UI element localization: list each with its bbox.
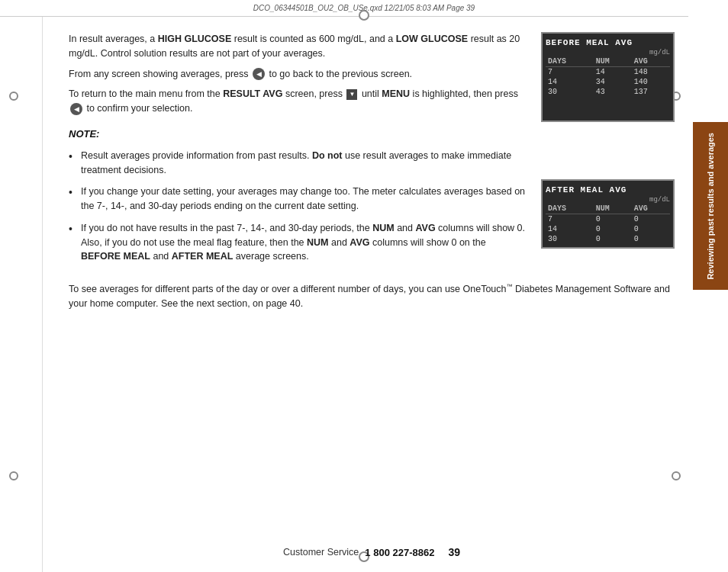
cell: 30 xyxy=(546,87,594,97)
arrow-down-icon: ▼ xyxy=(346,89,357,100)
footer-page-number: 39 xyxy=(448,546,460,558)
cell: 0 xyxy=(594,234,632,244)
cell: 0 xyxy=(632,224,670,234)
cell: 137 xyxy=(632,87,670,97)
cell: 0 xyxy=(632,234,670,244)
margin-line xyxy=(42,17,43,572)
bullet-text-2: If you change your date setting, your av… xyxy=(81,185,526,214)
sidebar-tab: Reviewing past results and averages xyxy=(693,122,728,290)
cell: 14 xyxy=(546,77,594,87)
cell: 0 xyxy=(594,214,632,224)
bullet-dot-1: • xyxy=(69,151,75,178)
cell: 14 xyxy=(594,67,632,78)
note-title: NOTE: xyxy=(69,128,675,140)
back-button-icon: ◀ xyxy=(253,68,265,80)
bullet-dot-2: • xyxy=(69,187,75,214)
col-header-num: NUM xyxy=(594,56,632,67)
bullet-item-1: • Result averages provide information fr… xyxy=(69,149,526,178)
confirm-button-icon: ◀ xyxy=(70,103,82,115)
col-header-num: NUM xyxy=(594,204,632,214)
paragraph-2: From any screen showing averages, press … xyxy=(69,67,526,82)
table-row: 14 0 0 xyxy=(546,224,670,234)
cell: 7 xyxy=(546,67,594,78)
before-meal-table: DAYS NUM AVG 7 14 148 14 34 xyxy=(546,56,670,97)
bullet-item-3: • If you do not have results in the past… xyxy=(69,221,526,264)
cell: 43 xyxy=(594,87,632,97)
footer-phone: 1 800 227-8862 xyxy=(365,547,434,558)
bullet-text-1: Result averages provide information from… xyxy=(81,149,526,178)
cell: 140 xyxy=(632,77,670,87)
bottom-paragraph: To see averages for different parts of t… xyxy=(69,282,675,311)
right-sidebar: Reviewing past results and averages xyxy=(688,0,728,572)
bullet-dot-3: • xyxy=(69,223,75,264)
left-hole-top xyxy=(9,92,18,101)
cell: 0 xyxy=(632,214,670,224)
col-header-avg: AVG xyxy=(632,56,670,67)
table-row: 7 14 148 xyxy=(546,67,670,78)
before-meal-unit: mg/dL xyxy=(546,49,670,56)
footer-customer-service: Customer Service xyxy=(283,547,359,558)
note-section: NOTE: xyxy=(69,128,675,140)
after-meal-unit: mg/dL xyxy=(546,196,670,204)
bullets-left: • Result averages provide information fr… xyxy=(69,149,526,272)
page-container: DCO_06344501B_OU2_OB_USe.qxd 12/21/05 8:… xyxy=(0,0,728,572)
table-row: 14 34 140 xyxy=(546,77,670,87)
cell: 0 xyxy=(594,224,632,234)
paragraph-1: In result averages, a HIGH GLUCOSE resul… xyxy=(69,32,526,61)
cell: 14 xyxy=(546,224,594,234)
intro-text: In result averages, a HIGH GLUCOSE resul… xyxy=(69,32,526,122)
cell: 7 xyxy=(546,214,594,224)
cell: 148 xyxy=(632,67,670,78)
footer: Customer Service 1 800 227-8862 39 xyxy=(107,546,636,558)
before-meal-title: BEFORE MEAL AVG xyxy=(546,37,670,49)
col-header-days: DAYS xyxy=(546,204,594,214)
after-meal-table: DAYS NUM AVG 7 0 0 xyxy=(546,204,670,244)
sidebar-tab-text: Reviewing past results and averages xyxy=(705,133,716,280)
table-row: 30 0 0 xyxy=(546,234,670,244)
after-meal-title: AFTER MEAL AVG xyxy=(546,184,670,196)
before-meal-display: BEFORE MEAL AVG mg/dL DAYS NUM AVG 7 14 xyxy=(541,32,675,122)
cell: 30 xyxy=(546,234,594,244)
cell: 34 xyxy=(594,77,632,87)
col-header-days: DAYS xyxy=(546,56,594,67)
col-header-avg: AVG xyxy=(632,204,670,214)
left-hole-bottom xyxy=(9,471,18,480)
top-section: In result averages, a HIGH GLUCOSE resul… xyxy=(69,32,675,122)
bullet-item-2: • If you change your date setting, your … xyxy=(69,185,526,214)
table-row: 7 0 0 xyxy=(546,214,670,224)
table-row: 30 43 137 xyxy=(546,87,670,97)
bullet-text-3: If you do not have results in the past 7… xyxy=(81,221,526,264)
main-content: In result averages, a HIGH GLUCOSE resul… xyxy=(53,17,682,572)
paragraph-3: To return to the main menu from the RESU… xyxy=(69,87,526,116)
bullets-section: • Result averages provide information fr… xyxy=(69,149,675,272)
after-meal-display: AFTER MEAL AVG mg/dL DAYS NUM AVG xyxy=(541,179,675,249)
